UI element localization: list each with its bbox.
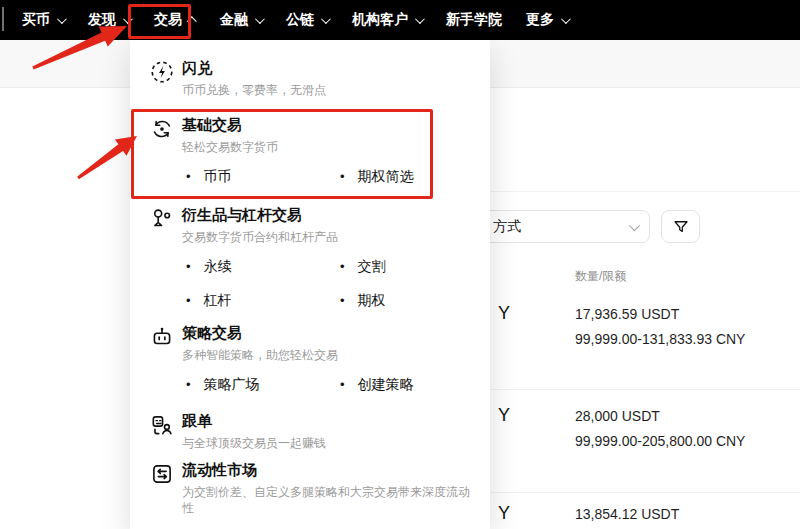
nav-item-institutional[interactable]: 机构客户 [352,11,422,29]
menu-link-create-strategy[interactable]: 创建策略 [340,374,474,395]
table-row: 13,854.12 USDT [575,502,679,527]
row-amount: 17,936.59 USDT [575,302,745,327]
chevron-down-icon [415,14,425,24]
row-amount: 28,000 USDT [575,404,745,429]
strategy-icon [149,324,175,350]
copy-trading-icon [149,412,175,438]
nav-item-label: 机构客户 [352,11,408,29]
section-title: 策略交易 [182,323,474,343]
nav-item-finance[interactable]: 金融 [220,11,262,29]
section-title: 跟单 [182,411,474,431]
row-divider [490,389,800,390]
top-navbar: 买币 发现 交易 金融 公链 机构客户 新手学院 更多 [0,0,800,40]
table-row: 17,936.59 USDT 99,999.00-131,833.93 CNY [575,302,745,352]
logo-edge [2,7,4,31]
row-amount: 13,854.12 USDT [575,502,679,527]
section-subtitle: 与全球顶级交易员一起赚钱 [182,435,474,451]
nav-item-label: 金融 [220,11,248,29]
section-title: 基础交易 [182,115,474,135]
section-subtitle: 轻松交易数字货币 [182,139,474,155]
section-subtitle: 多种智能策略，助您轻松交易 [182,347,474,363]
nav-item-label: 发现 [88,11,116,29]
menu-section-liquidity[interactable]: 流动性市场 为交割价差、自定义多腿策略和大宗交易带来深度流动性 价差速递 询价单 [130,460,490,529]
row-divider [490,492,800,493]
row-currency: Y [498,405,510,426]
section-subtitle: 为交割价差、自定义多腿策略和大宗交易带来深度流动性 [182,484,474,516]
chevron-down-icon [629,219,640,230]
row-limit: 99,999.00-205,800.00 CNY [575,429,745,454]
funnel-icon [672,218,690,236]
section-title: 流动性市场 [182,460,474,480]
nav-item-discover[interactable]: 发现 [88,11,130,29]
method-select-value: 方式 [493,218,521,236]
trade-dropdown-menu: 闪兑 币币兑换，零费率，无滑点 基础交易 轻松交易数字货币 币币 期权简选 [130,40,490,529]
menu-section-copy-trading[interactable]: 跟单 与全球顶级交易员一起赚钱 [130,411,490,451]
section-subtitle: 交易数字货币合约和杠杆产品 [182,229,474,245]
chevron-up-icon [187,16,197,26]
nav-item-label: 买币 [22,11,50,29]
basic-trading-icon [149,116,175,142]
menu-link-easy-options[interactable]: 期权简选 [340,166,474,187]
nav-item-buy-crypto[interactable]: 买币 [22,11,64,29]
nav-item-academy[interactable]: 新手学院 [446,11,502,29]
amount-column-header: 数量/限额 [575,268,626,285]
liquidity-icon [149,461,175,487]
section-title: 衍生品与杠杆交易 [182,205,474,225]
divider [490,191,800,192]
menu-section-convert[interactable]: 闪兑 币币兑换，零费率，无滑点 [130,58,490,98]
menu-link-spot[interactable]: 币币 [186,166,340,187]
menu-link-options[interactable]: 期权 [340,290,474,311]
filter-button[interactable] [661,210,700,243]
chevron-down-icon [57,14,67,24]
derivatives-icon [149,206,175,232]
row-currency: Y [498,503,510,524]
nav-item-more[interactable]: 更多 [526,11,568,29]
arrow-to-basic-trading [77,136,137,179]
table-row: 28,000 USDT 99,999.00-205,800.00 CNY [575,404,745,454]
menu-section-derivatives[interactable]: 衍生品与杠杆交易 交易数字货币合约和杠杆产品 永续 交割 杠杆 期权 [130,205,490,311]
flash-exchange-icon [149,59,175,85]
chevron-down-icon [561,14,571,24]
nav-item-chain[interactable]: 公链 [286,11,328,29]
method-select[interactable]: 方式 [470,210,650,243]
row-currency: Y [498,303,510,324]
menu-link-perpetual[interactable]: 永续 [186,256,340,277]
nav-item-label: 公链 [286,11,314,29]
chevron-down-icon [321,14,331,24]
row-limit: 99,999.00-131,833.93 CNY [575,327,745,352]
nav-item-label: 更多 [526,11,554,29]
chevron-down-icon [255,14,265,24]
menu-section-basic-trading[interactable]: 基础交易 轻松交易数字货币 币币 期权简选 [130,115,490,187]
section-subtitle: 币币兑换，零费率，无滑点 [182,82,474,98]
menu-link-futures[interactable]: 交割 [340,256,474,277]
section-title: 闪兑 [182,58,474,78]
menu-link-margin[interactable]: 杠杆 [186,290,340,311]
chevron-down-icon [123,14,133,24]
menu-link-strategy-square[interactable]: 策略广场 [186,374,340,395]
nav-item-label: 新手学院 [446,11,502,29]
menu-section-strategy[interactable]: 策略交易 多种智能策略，助您轻松交易 策略广场 创建策略 [130,323,490,395]
nav-item-label: 交易 [154,11,182,29]
nav-item-trade[interactable]: 交易 [154,11,196,29]
